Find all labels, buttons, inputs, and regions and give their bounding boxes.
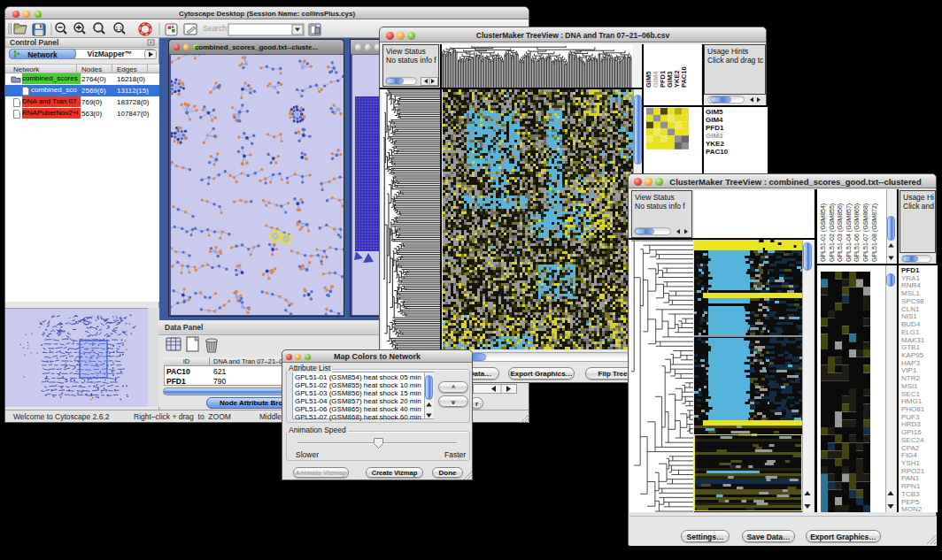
svg-text:Search:: Search: bbox=[203, 24, 228, 33]
svg-text:HAP3: HAP3 bbox=[901, 359, 920, 367]
svg-text:PHO81: PHO81 bbox=[901, 405, 925, 413]
svg-text:MON2: MON2 bbox=[901, 505, 923, 512]
svg-text:MAK31: MAK31 bbox=[901, 336, 925, 344]
svg-text:NIS1: NIS1 bbox=[901, 312, 917, 320]
svg-text:RPO21: RPO21 bbox=[901, 467, 925, 475]
svg-text:FIG4: FIG4 bbox=[901, 451, 917, 459]
svg-text:NTR2: NTR2 bbox=[901, 374, 920, 382]
svg-text:VIP1: VIP1 bbox=[901, 366, 917, 374]
svg-text:CPA2: CPA2 bbox=[901, 444, 920, 452]
svg-text:GPL51-04 (GSM857): GPL51-04 (GSM857) bbox=[845, 203, 853, 262]
svg-text:MSI1: MSI1 bbox=[901, 382, 918, 390]
svg-text:YRA1: YRA1 bbox=[901, 274, 920, 282]
svg-text:KAP95: KAP95 bbox=[901, 351, 923, 359]
svg-text:GTB1: GTB1 bbox=[901, 343, 920, 351]
svg-text:RNR4: RNR4 bbox=[901, 281, 921, 289]
svg-text:GPL51-08 (GSM872): GPL51-08 (GSM872) bbox=[871, 203, 878, 262]
svg-text:BUD4: BUD4 bbox=[901, 320, 921, 328]
svg-text:PEP5: PEP5 bbox=[901, 498, 920, 506]
svg-text:SPC98: SPC98 bbox=[901, 297, 924, 305]
svg-text:PAN1: PAN1 bbox=[901, 474, 920, 482]
svg-text:1:1: 1:1 bbox=[115, 26, 122, 31]
svg-text:GPL51-01 (GSM854): GPL51-01 (GSM854) bbox=[820, 203, 827, 262]
svg-text:SEC24: SEC24 bbox=[901, 436, 924, 444]
svg-text:CLN1: CLN1 bbox=[901, 305, 920, 313]
svg-text:RPN1: RPN1 bbox=[901, 482, 921, 490]
svg-text:SEC1: SEC1 bbox=[901, 390, 920, 398]
svg-text:PFD1: PFD1 bbox=[901, 266, 920, 274]
svg-text:PAC10: PAC10 bbox=[680, 66, 688, 88]
svg-text:HMG1: HMG1 bbox=[901, 397, 923, 405]
svg-text:TCB3: TCB3 bbox=[901, 490, 920, 498]
svg-text:YSH1: YSH1 bbox=[901, 459, 920, 467]
svg-text:MSL1: MSL1 bbox=[901, 289, 920, 297]
svg-text:GPL51-03 (GSM856): GPL51-03 (GSM856) bbox=[837, 203, 844, 262]
svg-text:GPI16: GPI16 bbox=[901, 428, 922, 436]
svg-text:ELG1: ELG1 bbox=[901, 328, 920, 336]
svg-text:HRD3: HRD3 bbox=[901, 420, 921, 428]
svg-text:GPL51-07 (GSM868): GPL51-07 (GSM868) bbox=[862, 203, 869, 262]
svg-text:GPL51-02 (GSM855): GPL51-02 (GSM855) bbox=[829, 203, 836, 262]
svg-text:GPL51-06 (GSM865): GPL51-06 (GSM865) bbox=[853, 203, 861, 262]
svg-text:PUF3: PUF3 bbox=[901, 413, 920, 421]
